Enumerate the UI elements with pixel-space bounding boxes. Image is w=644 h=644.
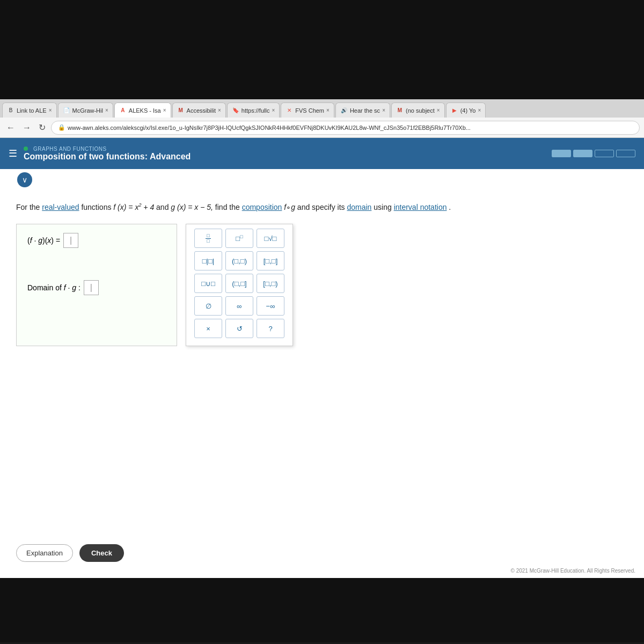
tab-mcgraw[interactable]: 📄 McGraw-Hil ×: [58, 103, 113, 118]
neg-infinity-key[interactable]: −∞: [257, 296, 284, 316]
fraction-symbol: □ □: [206, 233, 210, 244]
composition-link[interactable]: composition: [242, 203, 282, 211]
tab-close-3[interactable]: ×: [163, 107, 166, 113]
tab-icon-1: B: [7, 107, 14, 114]
composition-input[interactable]: |: [63, 233, 78, 248]
forward-button[interactable]: →: [20, 122, 33, 134]
header-text: GRAPHS AND FUNCTIONS Composition of two …: [24, 146, 191, 162]
section-label: GRAPHS AND FUNCTIONS: [33, 146, 107, 152]
tab-link-to-ale[interactable]: B Link to ALE ×: [2, 103, 57, 118]
open-open-key[interactable]: (□,□): [225, 251, 253, 270]
progress-indicator: [552, 150, 635, 157]
functions-text: functions: [81, 203, 113, 211]
close-key[interactable]: ×: [194, 319, 222, 338]
refresh-button[interactable]: ↻: [36, 121, 48, 134]
problem-area: For the real-valued functions f (x) = x2…: [0, 191, 644, 357]
tab-icon-5: 🔖: [232, 107, 239, 114]
tab-close-4[interactable]: ×: [218, 107, 221, 113]
fraction-key[interactable]: □ □: [194, 229, 222, 248]
tab-close-7[interactable]: ×: [382, 107, 385, 113]
keyboard-row-5: × ↺ ?: [191, 319, 288, 338]
open-closed-key[interactable]: (□,□]: [225, 274, 253, 293]
find-text: find the: [215, 203, 242, 211]
tab-close-1[interactable]: ×: [49, 107, 52, 113]
tab-https[interactable]: 🔖 https://fullc ×: [227, 103, 280, 118]
and-text: and: [156, 203, 171, 211]
status-dot: [24, 147, 28, 151]
f-definition: f (x) = x2 + 4: [113, 203, 154, 211]
aleks-header: ☰ GRAPHS AND FUNCTIONS Composition of tw…: [0, 138, 644, 169]
url-field[interactable]: 🔒 www-awn.aleks.com/alekscgi/x/Isl.exe/1…: [51, 121, 640, 135]
browser-window: B Link to ALE × 📄 McGraw-Hil × A ALEKS -…: [0, 99, 644, 578]
tab-youtube[interactable]: ▶ (4) Yo ×: [446, 103, 486, 118]
progress-box-4: [616, 150, 635, 157]
bottom-actions: Explanation Check: [16, 544, 124, 562]
union-key[interactable]: □∪□: [194, 274, 222, 293]
domain-label: Domain of f · g :: [27, 283, 80, 292]
empty-set-key[interactable]: ∅: [194, 296, 222, 316]
answer-container: (f · g)(x) = | Domain of f · g : |: [16, 224, 628, 346]
browser-tabs: B Link to ALE × 📄 McGraw-Hil × A ALEKS -…: [0, 99, 644, 118]
tab-icon-4: M: [177, 107, 185, 114]
g-definition: g (x) = x − 5,: [171, 203, 213, 211]
tab-close-6[interactable]: ×: [326, 107, 330, 113]
domain-input[interactable]: |: [84, 280, 99, 295]
tab-accessibility[interactable]: M Accessibilit ×: [172, 103, 226, 118]
period-text: .: [449, 203, 451, 211]
tab-close-2[interactable]: ×: [105, 107, 108, 113]
real-valued-link[interactable]: real-valued: [42, 203, 79, 211]
tab-icon-9: ▶: [451, 107, 458, 114]
undo-key[interactable]: ↺: [225, 319, 253, 338]
tab-no-subject[interactable]: M (no subject ×: [391, 103, 445, 118]
tab-icon-8: M: [396, 107, 404, 114]
composition-label: (f · g)(x) =: [27, 236, 60, 245]
black-top-bar: [0, 0, 644, 99]
black-bottom-bar: [0, 578, 644, 642]
answer-input-box: (f · g)(x) = | Domain of f · g : |: [16, 224, 177, 346]
address-bar: ← → ↻ 🔒 www-awn.aleks.com/alekscgi/x/Isl…: [0, 118, 644, 138]
tab-hear[interactable]: 🔊 Hear the sc ×: [335, 103, 390, 118]
tab-close-9[interactable]: ×: [478, 107, 481, 113]
tab-icon-3: A: [119, 107, 127, 114]
domain-link[interactable]: domain: [347, 203, 371, 211]
page-title: Composition of two functions: Advanced: [24, 152, 191, 162]
tab-close-5[interactable]: ×: [272, 107, 275, 113]
tab-fvs[interactable]: ✕ FVS Chem ×: [281, 103, 334, 118]
url-text: www-awn.aleks.com/alekscgi/x/Isl.exe/1o_…: [68, 125, 471, 131]
lock-icon: 🔒: [58, 124, 65, 131]
explanation-button[interactable]: Explanation: [16, 544, 73, 562]
specify-text: and specify its: [297, 203, 347, 211]
infinity-key[interactable]: ∞: [225, 296, 253, 316]
power-key[interactable]: □□: [225, 229, 253, 248]
domain-answer-row: Domain of f · g : |: [27, 280, 166, 295]
keyboard-row-3: □∪□ (□,□] [□,□): [191, 274, 288, 293]
problem-statement: For the real-valued functions f (x) = x2…: [16, 201, 628, 213]
progress-box-2: [573, 150, 592, 157]
keyboard-row-1: □ □ □□ □√□: [191, 229, 288, 248]
sqrt-key[interactable]: □√□: [257, 229, 284, 248]
progress-box-3: [595, 150, 614, 157]
closed-open-key[interactable]: [□,□): [257, 274, 284, 293]
composition-answer-row: (f · g)(x) = |: [27, 233, 166, 248]
tab-icon-2: 📄: [63, 107, 70, 114]
closed-closed-key[interactable]: [□,□]: [257, 251, 284, 270]
tab-close-8[interactable]: ×: [437, 107, 440, 113]
fog-text: f∘g: [284, 203, 297, 211]
progress-box-1: [552, 150, 571, 157]
using-text: using: [374, 203, 393, 211]
tab-icon-6: ✕: [286, 107, 293, 114]
tab-icon-7: 🔊: [340, 107, 348, 114]
math-keyboard: □ □ □□ □√□ □|□|: [186, 224, 293, 346]
keyboard-row-2: □|□| (□,□) [□,□]: [191, 251, 288, 270]
help-key[interactable]: ?: [257, 319, 284, 338]
back-button[interactable]: ←: [4, 122, 17, 134]
keyboard-row-4: ∅ ∞ −∞: [191, 296, 288, 316]
page-content: ☰ GRAPHS AND FUNCTIONS Composition of tw…: [0, 138, 644, 578]
check-button[interactable]: Check: [79, 544, 124, 562]
hamburger-menu-icon[interactable]: ☰: [9, 148, 17, 159]
interval-notation-link[interactable]: interval notation: [394, 203, 447, 211]
intro-text: For the: [16, 203, 42, 211]
abs-key[interactable]: □|□|: [194, 251, 222, 270]
tab-aleks[interactable]: A ALEKS - Isa ×: [114, 103, 171, 118]
expand-button[interactable]: ∨: [17, 172, 32, 187]
